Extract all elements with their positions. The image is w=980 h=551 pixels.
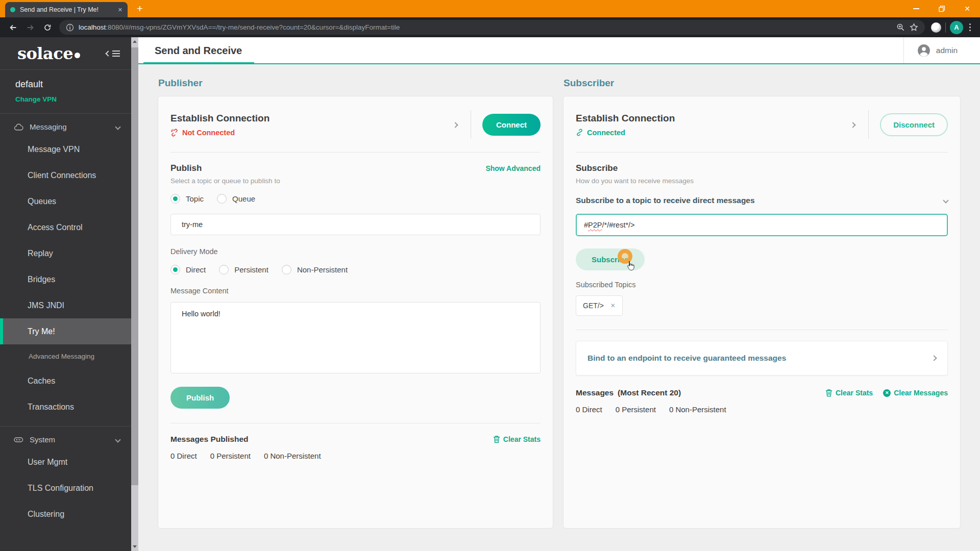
sidebar-item-bridges[interactable]: Bridges [0, 266, 131, 292]
extension-icon[interactable] [931, 22, 941, 33]
clear-stats-link[interactable]: Clear Stats [493, 435, 541, 443]
subscriber-card: Establish Connection [563, 96, 961, 529]
subscribed-topics-label: Subscribed Topics [576, 281, 948, 289]
radio-label: Direct [186, 265, 206, 274]
publish-button[interactable]: Publish [170, 387, 230, 409]
sidebar-item-tls-configuration[interactable]: TLS Configuration [0, 475, 131, 501]
page-tab-send-and-receive[interactable]: Send and Receive [155, 45, 242, 63]
sidebar-section-system[interactable]: System [0, 427, 131, 449]
minimize-button[interactable] [903, 0, 929, 17]
subscribed-topic-chip: GET/> ✕ [576, 295, 623, 316]
hand-cursor-icon [627, 261, 635, 271]
forward-button[interactable] [22, 20, 38, 35]
sidebar-item-clustering[interactable]: Clustering [0, 501, 131, 527]
subscriber-connection-row: Establish Connection [576, 108, 948, 141]
sidebar-collapse-button[interactable] [106, 51, 120, 57]
sidebar: solace default Change VPN Messaging Mess… [0, 37, 131, 551]
subscriber-stats-row: 0 Direct 0 Persistent 0 Non-Persistent [576, 405, 948, 414]
divider [576, 152, 948, 153]
input-prefix: # [584, 221, 588, 229]
status-text: Not Connected [182, 129, 235, 137]
clear-messages-link[interactable]: ✕ Clear Messages [883, 389, 948, 397]
zoom-icon[interactable] [896, 23, 905, 32]
app-frame: solace default Change VPN Messaging Mess… [0, 37, 980, 551]
messages-recent-count: (Most Recent 20) [618, 388, 681, 397]
clear-stats-link[interactable]: Clear Stats [825, 389, 873, 397]
new-tab-button[interactable]: + [133, 2, 147, 16]
vertical-divider [868, 110, 869, 139]
sidebar-scrollbar[interactable] [131, 37, 138, 551]
logo-text: solace [17, 44, 73, 63]
username: admin [936, 46, 958, 55]
sidebar-item-client-connections[interactable]: Client Connections [0, 162, 131, 188]
sidebar-item-advanced-messaging[interactable]: Advanced Messaging [0, 344, 131, 368]
remove-topic-icon[interactable]: ✕ [610, 302, 616, 309]
change-vpn-link[interactable]: Change VPN [15, 95, 116, 103]
radio-topic[interactable]: Topic [170, 194, 204, 204]
radio-icon [219, 265, 229, 274]
broken-link-icon [170, 129, 179, 137]
divider [576, 330, 948, 330]
restore-button[interactable] [929, 0, 954, 17]
show-advanced-link[interactable]: Show Advanced [485, 164, 541, 172]
chevron-down-icon [115, 124, 120, 130]
subscribe-mode-selector[interactable]: Subscribe to a topic to receive direct m… [576, 196, 948, 205]
sidebar-logo-row: solace [0, 37, 131, 70]
disconnect-button[interactable]: Disconnect [880, 113, 948, 136]
delivery-mode-radio-group: Direct Persistent Non-Persistent [170, 265, 541, 274]
close-icon: ✕ [964, 5, 970, 13]
radio-label: Non-Persistent [297, 265, 348, 274]
bookmark-star-icon[interactable] [910, 23, 918, 32]
message-content-textarea[interactable]: Hello world! [170, 302, 541, 373]
sidebar-item-caches[interactable]: Caches [0, 368, 131, 394]
back-button[interactable] [5, 20, 20, 35]
input-suffix: /*/#rest*/> [602, 221, 635, 229]
sidebar-item-transactions[interactable]: Transactions [0, 394, 131, 420]
sidebar-item-user-mgmt[interactable]: User Mgmt [0, 449, 131, 475]
radio-label: Persistent [234, 265, 268, 274]
connect-button[interactable]: Connect [482, 114, 541, 136]
radio-non-persistent[interactable]: Non-Persistent [282, 265, 348, 274]
hamburger-icon [112, 51, 120, 57]
radio-icon [217, 194, 227, 204]
user-menu[interactable]: admin [903, 37, 980, 63]
browser-profile-avatar[interactable]: A [950, 21, 963, 34]
subscribe-topic-input[interactable]: #P2P/*/#rest*/> [576, 214, 948, 236]
radio-persistent[interactable]: Persistent [219, 265, 268, 274]
sidebar-item-access-control[interactable]: Access Control [0, 214, 131, 240]
connection-expand-button[interactable] [451, 120, 459, 129]
sidebar-item-message-vpn[interactable]: Message VPN [0, 136, 131, 162]
sidebar-item-jms-jndi[interactable]: JMS JNDI [0, 292, 131, 318]
bind-endpoint-card[interactable]: Bind to an endpoint to receive guarantee… [576, 341, 948, 375]
radio-direct[interactable]: Direct [170, 265, 206, 274]
url-text[interactable]: localhost:8080/#/msg-vpns/ZGVmYXVsdA==/t… [79, 23, 892, 31]
stat-non-persistent: 0 Non-Persistent [264, 452, 321, 460]
circled-x-icon: ✕ [883, 389, 891, 397]
radio-queue[interactable]: Queue [217, 194, 255, 204]
browser-menu-button[interactable] [965, 23, 975, 31]
scroll-down-arrow-icon[interactable] [133, 545, 137, 548]
content: Publisher Establish Connection [138, 64, 980, 551]
sidebar-item-try-me[interactable]: Try Me! [0, 318, 131, 344]
publish-topic-input[interactable]: try-me [170, 214, 541, 235]
browser-tab[interactable]: Send and Receive | Try Me! ✕ [5, 2, 128, 17]
vpn-block: default Change VPN [0, 70, 131, 114]
sidebar-item-queues[interactable]: Queues [0, 188, 131, 214]
sidebar-item-replay[interactable]: Replay [0, 240, 131, 266]
section-label: Messaging [30, 122, 67, 131]
tab-close-icon[interactable]: ✕ [118, 7, 122, 13]
reload-button[interactable] [40, 20, 55, 35]
publisher-card: Establish Connection [158, 96, 553, 529]
subscriber-messages-head: Messages (Most Recent 20) Clear Stats [576, 388, 948, 397]
subscriber-title: Subscriber [564, 78, 961, 89]
scroll-up-arrow-icon[interactable] [133, 40, 137, 43]
stat-persistent: 0 Persistent [210, 452, 251, 460]
address-bar[interactable]: localhost:8080/#/msg-vpns/ZGVmYXVsdA==/t… [59, 20, 925, 35]
bind-endpoint-label: Bind to an endpoint to receive guarantee… [587, 354, 786, 363]
site-info-icon[interactable] [66, 23, 74, 32]
connection-expand-button[interactable] [849, 120, 857, 129]
sidebar-section-messaging[interactable]: Messaging [0, 114, 131, 136]
scrollbar-thumb[interactable] [131, 47, 138, 485]
close-button[interactable]: ✕ [954, 0, 980, 17]
publisher-column: Publisher Establish Connection [158, 72, 553, 551]
